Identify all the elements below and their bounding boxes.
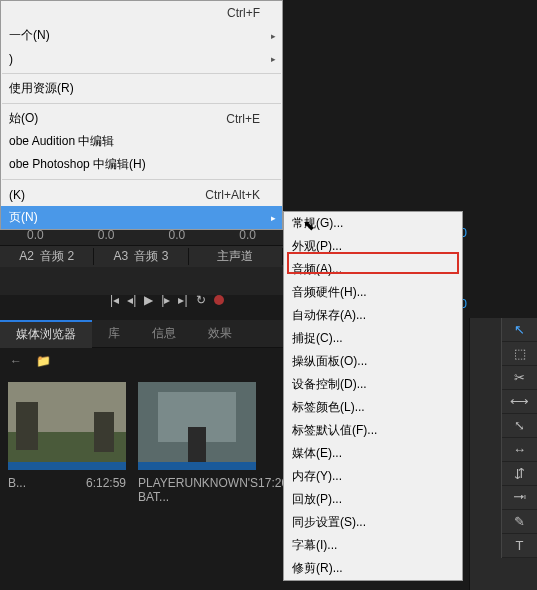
context-menu: Ctrl+F 一个(N)▸ )▸ 使用资源(R) 始(O)Ctrl+E obe … — [0, 0, 283, 230]
media-thumbnail[interactable]: PLAYERUNKNOWN'S BAT...17:20 — [138, 382, 256, 504]
submenu-item-appearance[interactable]: 外观(P)... — [284, 235, 462, 258]
track-header[interactable]: A2 音频 2 — [0, 248, 94, 265]
back-icon[interactable]: ← — [10, 354, 22, 368]
step-forward-icon[interactable]: |▸ — [161, 293, 170, 307]
svg-rect-4 — [8, 462, 126, 470]
submenu-item-label-colors[interactable]: 标签颜色(L)... — [284, 396, 462, 419]
pen-tool-icon[interactable]: ⭲ — [502, 486, 537, 510]
meter-value: 0.0 — [71, 228, 142, 242]
ripple-edit-tool-icon[interactable]: ✂ — [502, 366, 537, 390]
submenu-item-media[interactable]: 媒体(E)... — [284, 442, 462, 465]
submenu-item-memory[interactable]: 内存(Y)... — [284, 465, 462, 488]
menu-separator — [2, 73, 281, 74]
audio-mixer-panel: 0.0 0.0 0.0 0.0 A2 音频 2 A3 音频 3 主声道 — [0, 225, 283, 295]
menu-item[interactable]: (K)Ctrl+Alt+K — [1, 183, 282, 206]
svg-rect-3 — [94, 412, 114, 452]
track-header-main[interactable]: 主声道 — [189, 248, 283, 265]
submenu-item-playback[interactable]: 回放(P)... — [284, 488, 462, 511]
submenu-preferences: 常规(G)... 外观(P)... 音频(A)... 音频硬件(H)... 自动… — [283, 211, 463, 581]
submenu-item-sync-settings[interactable]: 同步设置(S)... — [284, 511, 462, 534]
transport-controls: |◂ ◂| ▶ |▸ ▸| ↻ — [110, 293, 224, 307]
menu-item[interactable]: obe Photoshop 中编辑(H) — [1, 153, 282, 176]
media-thumbnail[interactable]: B...6:12:59 — [8, 382, 126, 504]
submenu-item-device-control[interactable]: 设备控制(D)... — [284, 373, 462, 396]
submenu-item-trim[interactable]: 修剪(R)... — [284, 557, 462, 580]
menu-item[interactable]: 始(O)Ctrl+E — [1, 107, 282, 130]
menu-item[interactable]: )▸ — [1, 47, 282, 70]
hand-tool-icon[interactable]: ✎ — [502, 510, 537, 534]
selection-tool-icon[interactable]: ↖ — [502, 318, 537, 342]
razor-tool-icon[interactable]: ⤡ — [502, 414, 537, 438]
folder-icon[interactable]: 📁 — [36, 354, 51, 368]
clip-duration: 6:12:59 — [86, 476, 126, 490]
meter-value: 0.0 — [0, 228, 71, 242]
tab-effects[interactable]: 效果 — [192, 320, 248, 348]
submenu-item-control-surface[interactable]: 操纵面板(O)... — [284, 350, 462, 373]
tab-media-browser[interactable]: 媒体浏览器 — [0, 320, 92, 348]
menu-item-preferences[interactable]: 页(N)▸ — [1, 206, 282, 229]
submenu-item-audio[interactable]: 音频(A)... — [284, 258, 462, 281]
track-select-tool-icon[interactable]: ⬚ — [502, 342, 537, 366]
step-back-icon[interactable]: ◂| — [127, 293, 136, 307]
go-to-in-icon[interactable]: |◂ — [110, 293, 119, 307]
tool-palette: ↖ ⬚ ✂ ⟷ ⤡ ↔ ⇵ ⭲ ✎ T — [501, 318, 537, 558]
menu-item[interactable]: 一个(N)▸ — [1, 24, 282, 47]
submenu-item-label-defaults[interactable]: 标签默认值(F)... — [284, 419, 462, 442]
submenu-item-titler[interactable]: 字幕(I)... — [284, 534, 462, 557]
tab-libraries[interactable]: 库 — [92, 320, 136, 348]
rate-stretch-tool-icon[interactable]: ⟷ — [502, 390, 537, 414]
play-icon[interactable]: ▶ — [144, 293, 153, 307]
meter-value: 0.0 — [212, 228, 283, 242]
media-browser: ← 📁 B...6:12:59 PLAYERUNKNOWN'S BAT...17… — [0, 348, 283, 512]
submenu-item-autosave[interactable]: 自动保存(A)... — [284, 304, 462, 327]
clip-name: B... — [8, 476, 26, 490]
menu-item[interactable]: 使用资源(R) — [1, 77, 282, 100]
type-tool-icon[interactable]: T — [502, 534, 537, 558]
slip-tool-icon[interactable]: ↔ — [502, 438, 537, 462]
slide-tool-icon[interactable]: ⇵ — [502, 462, 537, 486]
record-icon[interactable] — [214, 295, 224, 305]
clip-name: PLAYERUNKNOWN'S BAT... — [138, 476, 258, 504]
svg-rect-2 — [16, 402, 38, 450]
meter-value: 0.0 — [142, 228, 213, 242]
loop-icon[interactable]: ↻ — [196, 293, 206, 307]
svg-rect-8 — [138, 462, 256, 470]
svg-rect-7 — [188, 427, 206, 462]
tab-info[interactable]: 信息 — [136, 320, 192, 348]
menu-separator — [2, 103, 281, 104]
track-header[interactable]: A3 音频 3 — [94, 248, 188, 265]
submenu-item-audio-hardware[interactable]: 音频硬件(H)... — [284, 281, 462, 304]
go-to-out-icon[interactable]: ▸| — [178, 293, 187, 307]
panel-tabs: 媒体浏览器 库 信息 效果 — [0, 320, 283, 348]
submenu-item-general[interactable]: 常规(G)... — [284, 212, 462, 235]
menu-item[interactable]: Ctrl+F — [1, 1, 282, 24]
menu-item[interactable]: obe Audition 中编辑 — [1, 130, 282, 153]
submenu-item-capture[interactable]: 捕捉(C)... — [284, 327, 462, 350]
menu-separator — [2, 179, 281, 180]
